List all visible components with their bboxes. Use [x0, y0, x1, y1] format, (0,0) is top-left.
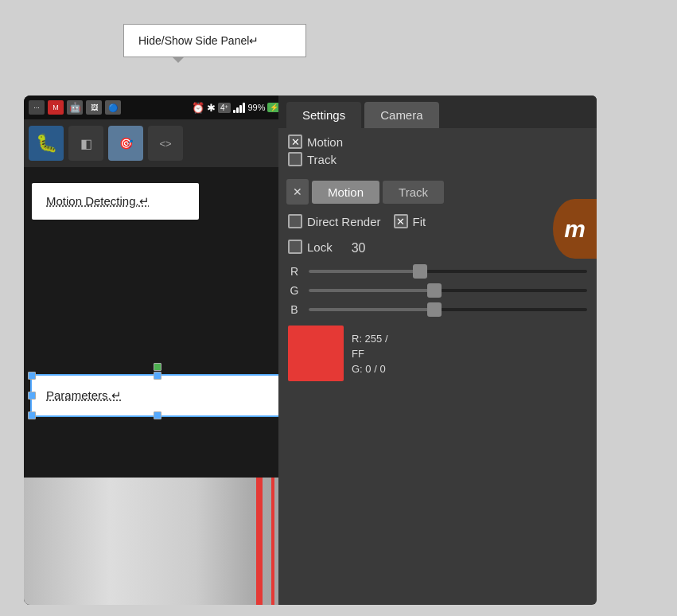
side-panel: Settings Camera ✕ Motion Track ✕ Motion …	[278, 96, 597, 605]
color-r-value: R: 255 /	[352, 333, 388, 345]
track-label: Track	[307, 153, 337, 166]
render-row: Direct Render ✕ Fit	[278, 208, 597, 235]
callout-hide-show-text: Hide/Show Side Panel↵	[138, 34, 259, 47]
motion-icon[interactable]: 🎯	[108, 126, 143, 161]
motion-checkbox[interactable]: ✕	[288, 135, 302, 149]
slider-g-track[interactable]	[309, 289, 587, 292]
motion-button[interactable]: Motion	[312, 181, 379, 204]
color-g-value: G: 0 / 0	[352, 363, 388, 375]
alarm-icon: ⏰	[192, 102, 204, 114]
menu-icon: ···	[29, 100, 45, 115]
gallery-icon: 🖼	[86, 100, 102, 115]
slider-b-label: B	[288, 303, 301, 316]
app-toolbar: 🐛 ◧ 🎯 <>	[24, 119, 310, 167]
checkbox-list: ✕ Motion Track	[278, 128, 597, 176]
motion-detecting-card: Motion Detecting.↵	[32, 183, 199, 220]
bug-icon[interactable]: 🐛	[29, 126, 64, 161]
motion-label: Motion	[307, 135, 343, 149]
handle-top-middle[interactable]	[154, 372, 161, 380]
parameters-text: Parameters.↵	[46, 388, 122, 402]
tab-settings[interactable]: Settings	[286, 102, 361, 128]
photo-background	[24, 478, 310, 605]
layers-icon[interactable]: ◧	[68, 126, 103, 161]
direct-render-checkbox[interactable]	[288, 214, 302, 228]
track-checkbox[interactable]	[288, 152, 302, 166]
status-bar: ··· M 🤖 🖼 🔵 ⏰ ✱ 4⁺ 99% ⚡ 00:12	[24, 96, 310, 119]
lock-check[interactable]: Lock	[288, 240, 333, 254]
battery-percent: 99%	[247, 103, 265, 112]
motion-check-item[interactable]: ✕ Motion	[288, 135, 587, 149]
slider-g-label: G	[288, 284, 301, 297]
color-values: R: 255 / FF G: 0 / 0	[352, 333, 388, 375]
track-button[interactable]: Track	[383, 181, 444, 204]
slider-r-label: R	[288, 265, 301, 278]
handle-top-center-green[interactable]	[154, 363, 161, 371]
tab-camera[interactable]: Camera	[364, 102, 438, 128]
motion-track-btn-group: ✕ Motion Track	[278, 176, 597, 208]
callout-hide-show-panel: Hide/Show Side Panel↵	[123, 24, 306, 57]
slider-r-track[interactable]	[309, 270, 587, 273]
code-icon[interactable]: <>	[148, 126, 183, 161]
handle-bot-left[interactable]	[28, 411, 36, 419]
motion-detecting-text: Motion Detecting.↵	[46, 194, 150, 208]
motorola-letter: m	[564, 216, 586, 243]
direct-render-label: Direct Render	[307, 215, 381, 228]
android-icon: 🤖	[67, 100, 83, 115]
color-r-hex: FF	[352, 348, 388, 360]
panel-tabs: Settings Camera	[278, 96, 597, 128]
handle-top-left[interactable]	[28, 372, 36, 380]
handle-bot-middle[interactable]	[154, 411, 161, 419]
parameters-card: Parameters.↵	[30, 374, 285, 417]
fit-check[interactable]: ✕ Fit	[394, 214, 426, 228]
gmail-icon: M	[48, 100, 64, 115]
red-stripe-2	[271, 478, 274, 605]
slider-b-track[interactable]	[309, 308, 587, 311]
red-stripe-1	[256, 478, 263, 605]
phone-content: Motion Detecting.↵ Parameters.↵	[24, 167, 310, 605]
slider-g: G	[278, 281, 597, 300]
bluetooth-icon: ✱	[207, 102, 216, 114]
lock-value: 30	[352, 241, 366, 255]
direct-render-check[interactable]: Direct Render	[288, 214, 381, 228]
parameters-card-wrapper: Parameters.↵	[30, 374, 285, 417]
extra-icon: 🔵	[105, 100, 121, 115]
x-button[interactable]: ✕	[286, 179, 309, 205]
status-icons-left: ··· M 🤖 🖼 🔵	[29, 100, 189, 115]
fit-checkbox[interactable]: ✕	[394, 214, 408, 228]
lock-label: Lock	[307, 240, 333, 254]
slider-r: R	[278, 262, 597, 281]
handle-mid-left[interactable]	[28, 392, 36, 400]
color-preview	[288, 326, 344, 381]
lock-row: Lock 30	[278, 235, 597, 262]
color-display-row: R: 255 / FF G: 0 / 0	[278, 319, 597, 388]
lock-checkbox[interactable]	[288, 240, 302, 254]
motorola-logo: m	[553, 199, 597, 259]
track-check-item[interactable]: Track	[288, 152, 587, 166]
fit-label: Fit	[413, 215, 426, 228]
slider-b: B	[278, 300, 597, 319]
signal-type: 4⁺	[218, 103, 232, 113]
phone-frame: ··· M 🤖 🖼 🔵 ⏰ ✱ 4⁺ 99% ⚡ 00:12 🐛 ◧ 🎯 <>	[24, 96, 310, 605]
signal-bars	[233, 102, 245, 113]
bottom-photo-area	[24, 478, 310, 605]
